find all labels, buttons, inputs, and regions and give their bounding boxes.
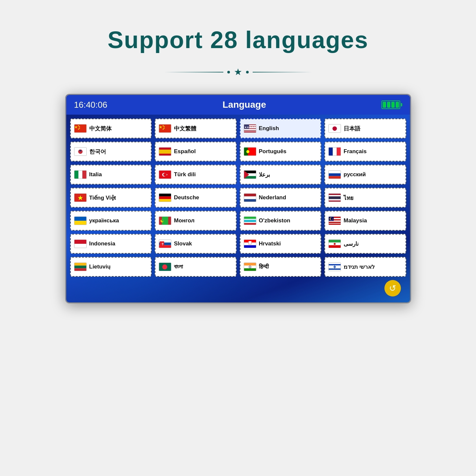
lang-cell-ms[interactable]: Malaysia: [324, 211, 406, 231]
lang-cell-sk[interactable]: ✝Slovak: [155, 234, 237, 254]
lang-cell-bn[interactable]: বাংলা: [155, 257, 237, 277]
flag-ja: [328, 124, 341, 133]
language-grid: 中文简体中文繁體★★★★★★★★★★★★★★★★★★★★★★★★★★★★★★★★…: [70, 119, 406, 277]
svg-rect-105: [244, 268, 256, 271]
lang-cell-th[interactable]: ไทย: [324, 188, 406, 208]
lang-cell-fr[interactable]: Français: [324, 142, 406, 161]
lang-name-zh-cn: 中文简体: [89, 125, 112, 132]
divider-dot-right: [246, 71, 249, 73]
lang-cell-ar[interactable]: برعلا: [240, 165, 322, 184]
flag-nl: [244, 193, 256, 202]
svg-rect-28: [159, 150, 171, 154]
lang-name-fa: نارسی: [344, 240, 359, 247]
lang-cell-vi[interactable]: Tiếng Việt: [70, 188, 152, 208]
lang-cell-ru[interactable]: русский: [324, 165, 406, 184]
page-title: Support 28 languages: [107, 26, 368, 53]
flag-es: [159, 147, 171, 156]
svg-rect-103: [244, 263, 256, 266]
flag-vi: [74, 193, 87, 202]
lang-cell-he[interactable]: לארשי תנידמ: [324, 257, 406, 277]
svg-text:✝: ✝: [161, 242, 164, 246]
lang-cell-es[interactable]: Español: [155, 142, 237, 161]
svg-rect-92: [244, 245, 256, 248]
screen-header: 16:40:06 Language: [66, 95, 410, 115]
lang-name-sk: Slovak: [174, 240, 192, 247]
svg-rect-108: [329, 263, 341, 271]
lang-cell-id[interactable]: Indonesia: [70, 234, 152, 254]
svg-text:☯: ☯: [160, 218, 164, 223]
flag-uz: [244, 216, 256, 225]
svg-rect-94: [329, 240, 341, 242]
divider-star: ★: [234, 67, 242, 77]
lang-name-lt: Lietuvių: [89, 264, 111, 270]
lang-cell-de[interactable]: Deutsche: [155, 188, 237, 208]
svg-rect-109: [329, 264, 341, 266]
svg-rect-19: [244, 131, 256, 131]
svg-rect-59: [329, 196, 341, 199]
device-screen: 16:40:06 Language 中文简体中文繁體★★★★★★★★★★★★★★…: [65, 94, 411, 303]
svg-rect-84: [74, 244, 86, 248]
lang-name-tr: Türk dili: [174, 171, 196, 178]
lang-cell-hr[interactable]: Hrvatski: [240, 234, 322, 254]
divider-line-left: [164, 72, 223, 72]
battery-bar-4: [396, 102, 399, 108]
svg-rect-55: [244, 196, 256, 199]
flag-hi: [244, 263, 256, 271]
flag-fr: [328, 147, 341, 156]
lang-cell-pt[interactable]: Português: [240, 142, 322, 161]
lang-cell-zh-cn[interactable]: 中文简体: [70, 119, 152, 138]
svg-rect-96: [329, 245, 341, 248]
lang-cell-ja[interactable]: 日本語: [324, 119, 406, 138]
lang-cell-fa[interactable]: نارسی: [324, 234, 406, 254]
flag-it: [74, 170, 87, 179]
flag-id: [74, 239, 87, 248]
svg-rect-78: [329, 224, 341, 225]
refresh-button[interactable]: ↺: [384, 280, 401, 296]
lang-cell-uk[interactable]: українська: [70, 211, 152, 231]
svg-rect-47: [329, 173, 341, 176]
divider: ★: [164, 67, 312, 77]
flag-mn: ☯: [159, 216, 171, 225]
svg-rect-46: [329, 171, 341, 173]
lang-cell-lt[interactable]: Lietuvių: [70, 257, 152, 277]
svg-rect-69: [244, 222, 256, 223]
lang-name-he: לארשי תנידמ: [344, 264, 375, 270]
lang-name-de: Deutsche: [174, 194, 199, 201]
lang-name-ar: برعلا: [259, 171, 270, 178]
svg-text:★★★★★★★★★★★★★★★★★★★★★★★★★★★★★★: ★★★★★★★★★★★★★★★★★★★★★★★★★★★★★★★★★★★★★★★★…: [244, 126, 256, 129]
lang-cell-ko[interactable]: 한국어: [70, 142, 152, 161]
lang-cell-uz[interactable]: O'zbekiston: [240, 211, 322, 231]
svg-rect-76: [329, 222, 341, 223]
svg-rect-6: [159, 125, 171, 133]
lang-name-hi: हिन्दी: [259, 264, 269, 270]
svg-point-31: [246, 150, 249, 153]
lang-name-en: English: [259, 125, 279, 132]
lang-cell-hi[interactable]: हिन्दी: [240, 257, 322, 277]
lang-name-fr: Français: [344, 148, 367, 155]
svg-rect-51: [159, 194, 171, 196]
lang-cell-it[interactable]: Italia: [70, 165, 152, 184]
svg-rect-66: [244, 217, 256, 219]
flag-fa: [328, 239, 341, 248]
lang-cell-nl[interactable]: Nederland: [240, 188, 322, 208]
svg-rect-56: [244, 199, 256, 202]
svg-rect-68: [244, 220, 256, 222]
svg-rect-98: [74, 263, 86, 266]
battery-bar-2: [387, 102, 390, 108]
flag-zh-cn: [74, 124, 87, 133]
lang-cell-en[interactable]: ★★★★★★★★★★★★★★★★★★★★★★★★★★★★★★★★★★★★★★★★…: [240, 119, 322, 138]
lang-name-vi: Tiếng Việt: [89, 194, 116, 201]
lang-cell-tr[interactable]: Türk dili: [155, 165, 237, 184]
flag-he: [328, 263, 341, 271]
flag-lt: [74, 263, 87, 271]
time-display: 16:40:06: [74, 100, 107, 110]
flag-ko: [74, 147, 87, 156]
svg-point-40: [163, 173, 166, 176]
lang-name-ms: Malaysia: [344, 217, 367, 224]
svg-rect-37: [82, 171, 86, 179]
svg-rect-54: [244, 194, 256, 196]
lang-cell-mn[interactable]: ☯Монгол: [155, 211, 237, 231]
lang-cell-zh-tw[interactable]: 中文繁體: [155, 119, 237, 138]
svg-rect-67: [244, 219, 256, 220]
lang-name-ja: 日本語: [344, 125, 360, 132]
